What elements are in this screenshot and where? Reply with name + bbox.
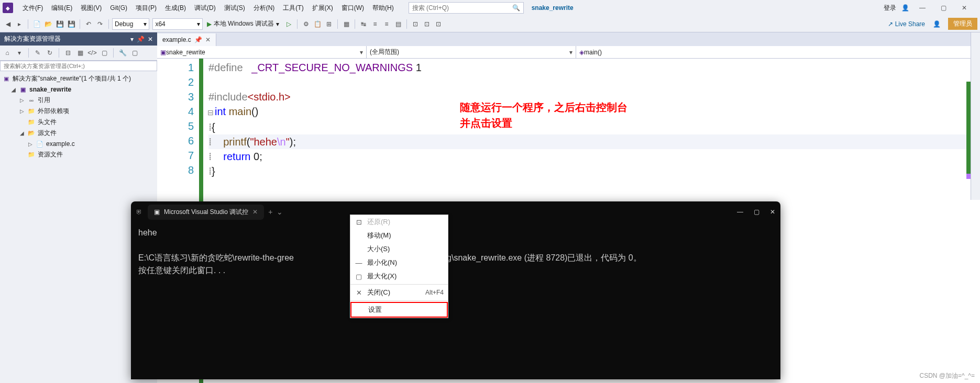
ctx-move[interactable]: 移动(M) [350,229,448,242]
new-project-icon[interactable]: 📄 [31,19,42,29]
close-icon[interactable]: ✕ [252,208,258,216]
config-dropdown[interactable]: Debug▾ [112,18,149,30]
save-icon[interactable]: 💾 [54,19,65,29]
redo-icon[interactable]: ↷ [95,19,105,29]
tree-solution[interactable]: ▣ 解决方案"snake_rewrite"(1 个项目/共 1 个) [0,73,157,84]
menu-build[interactable]: 生成(B) [161,2,190,15]
collapse-icon[interactable]: ⊟ [207,108,214,117]
pending-changes-icon[interactable]: ✎ [32,48,43,58]
back-icon[interactable]: ◀ [3,19,13,29]
tb-icon-10[interactable]: ⊡ [422,19,432,29]
ctx-close[interactable]: ✕ 关闭(C) Alt+F4 [350,286,448,299]
tree-file-example[interactable]: ▷ 📄 example.c [0,139,157,149]
nav-function-dropdown[interactable]: ◈ main()▾ [576,46,980,58]
pin-icon[interactable]: 📌 [194,36,202,43]
menu-git[interactable]: Git(G) [106,2,131,14]
feedback-icon[interactable]: 👤 [931,19,942,29]
undo-icon[interactable]: ↶ [83,19,94,29]
tb-icon-3[interactable]: ⊞ [324,19,334,29]
right-sidebar[interactable] [971,32,980,200]
open-icon[interactable]: 📂 [43,19,53,29]
console-tab[interactable]: ▣ Microsoft Visual Studio 调试控 ✕ [148,205,264,220]
show-all-icon[interactable]: ▦ [75,48,85,58]
start-nodebug-icon[interactable]: ▷ [283,19,294,29]
ctx-minimize[interactable]: — 最小化(N) [350,256,448,269]
forward-icon[interactable]: ▸ [14,19,25,29]
start-debug-button[interactable]: ▶ 本地 Windows 调试器 ▾ [204,18,282,29]
ctx-settings[interactable]: 设置 [350,302,448,318]
more-icon[interactable]: ▢ [129,48,140,58]
tb-icon-1[interactable]: ⚙ [301,19,311,29]
panel-dropdown-icon[interactable]: ▾ [130,36,134,43]
maximize-icon[interactable]: ▢ [754,208,759,216]
ctx-maximize[interactable]: ▢ 最大化(X) [350,269,448,283]
platform-dropdown[interactable]: x64▾ [152,18,202,30]
tree-headers[interactable]: 📁 头文件 [0,117,157,128]
switch-views-icon[interactable]: ▾ [14,48,25,58]
tab-dropdown-icon[interactable]: ⌄ [277,208,283,216]
tree-sources[interactable]: ◢ 📂 源文件 [0,128,157,139]
menu-file[interactable]: 文件(F) [18,2,47,15]
close-icon[interactable]: ✕ [770,208,775,216]
vs-logo-icon: ◆ [3,3,13,13]
menu-project[interactable]: 项目(P) [131,2,161,15]
tb-icon-4[interactable]: ▦ [341,19,351,29]
tb-icon-5[interactable]: ↹ [358,19,369,29]
console-output[interactable]: hehe E:\C语言练习\新的贪吃蛇\rewrite-the-gree ite… [131,222,780,281]
solution-search-input[interactable] [0,61,157,71]
properties-icon[interactable]: </> [87,48,97,58]
maximize-icon: ▢ [355,273,363,280]
tb-icon-11[interactable]: ⊡ [433,19,444,29]
console-titlebar[interactable]: ⛨ ▣ Microsoft Visual Studio 调试控 ✕ + ⌄ — … [131,201,780,222]
menu-help[interactable]: 帮助(H) [368,2,398,15]
collapse-icon[interactable]: ⊟ [63,48,73,58]
menu-test[interactable]: 测试(S) [220,2,249,15]
tb-icon-2[interactable]: 📋 [312,19,323,29]
menu-tools[interactable]: 工具(T) [279,2,307,15]
maximize-icon[interactable]: ▢ [935,2,951,14]
chevron-right-icon[interactable]: ▷ [19,97,25,103]
search-icon[interactable]: 🔍 [509,4,523,12]
new-tab-icon[interactable]: + [268,208,272,216]
close-icon[interactable]: ✕ [956,2,972,14]
menu-debug[interactable]: 调试(D) [190,2,220,15]
user-icon[interactable]: 👤 [901,4,909,12]
chevron-down-icon[interactable]: ◢ [19,130,25,136]
tree-project[interactable]: ◢ ▣ snake_rewrite [0,84,157,95]
chevron-right-icon[interactable]: ▷ [19,108,25,114]
minimize-icon[interactable]: — [737,208,743,216]
menu-analyze[interactable]: 分析(N) [249,2,279,15]
nav-scope-dropdown[interactable]: (全局范围)▾ [367,46,576,58]
tb-icon-8[interactable]: ▤ [393,19,403,29]
chevron-down-icon[interactable]: ◢ [10,87,17,93]
nav-project-dropdown[interactable]: ▣ snake_rewrite▾ [157,46,367,58]
vs-icon: ▣ [154,208,160,216]
panel-close-icon[interactable]: ✕ [148,36,153,43]
tb-icon-6[interactable]: ≡ [370,19,380,29]
preview-icon[interactable]: ▢ [99,48,109,58]
menu-window[interactable]: 窗口(W) [337,2,368,15]
liveshare-button[interactable]: ↗Live Share [888,20,925,28]
sync-icon[interactable]: ↻ [45,48,55,58]
login-link[interactable]: 登录 [884,4,896,13]
home-icon[interactable]: ⌂ [2,48,13,58]
menu-view[interactable]: 视图(V) [76,2,106,15]
menu-extensions[interactable]: 扩展(X) [308,2,337,15]
panel-pin-icon[interactable]: 📌 [137,36,145,43]
tree-external-deps[interactable]: ▷ 📁 外部依赖项 [0,106,157,117]
minimize-icon[interactable]: — [915,2,930,14]
close-icon[interactable]: ✕ [205,36,211,43]
tab-example[interactable]: example.c 📌 ✕ [157,33,216,46]
search-box[interactable]: 🔍 [409,2,524,14]
tb-icon-7[interactable]: ≡ [381,19,392,29]
save-all-icon[interactable]: 💾 [66,19,76,29]
chevron-right-icon[interactable]: ▷ [27,141,34,147]
play-icon: ▶ [207,20,212,28]
search-input[interactable] [409,3,509,13]
menu-edit[interactable]: 编辑(E) [47,2,76,15]
tree-references[interactable]: ▷ ▫▫ 引用 [0,95,157,106]
wrench-icon[interactable]: 🔧 [117,48,128,58]
tree-resources[interactable]: 📁 资源文件 [0,149,157,160]
ctx-size[interactable]: 大小(S) [350,242,448,256]
tb-icon-9[interactable]: ⊡ [410,19,421,29]
